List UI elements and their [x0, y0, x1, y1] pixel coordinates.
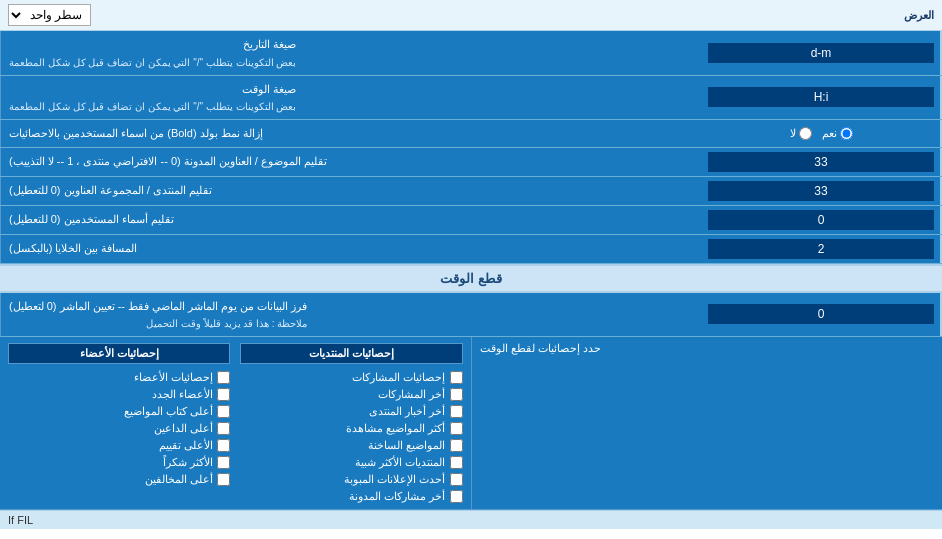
- stats-section-label: حدد إحصائيات لقطع الوقت: [471, 337, 943, 509]
- stats-hot-topics-cb[interactable]: [450, 439, 463, 452]
- stats-checkboxes-container: إحصائيات المنتديات إحصائيات المشاركات أخ…: [0, 337, 471, 509]
- stats-top-inviters-cb[interactable]: [217, 422, 230, 435]
- bottom-note: If FIL: [0, 510, 942, 529]
- stats-member-stats-cb[interactable]: [217, 371, 230, 384]
- date-format-row: d-m صيغة التاريخ بعض التكوينات يتطلب "/"…: [0, 31, 942, 76]
- cutoff-days-input-cell[interactable]: 0: [702, 293, 942, 337]
- forum-title-trim-input[interactable]: 33: [708, 181, 934, 201]
- stats-recent-ads-cb[interactable]: [450, 473, 463, 486]
- stats-top-raters-cb[interactable]: [217, 439, 230, 452]
- usernames-trim-input[interactable]: 0: [708, 210, 934, 230]
- usernames-trim-label: تقليم أسماء المستخدمين (0 للتعطيل): [0, 206, 702, 234]
- stats-top-raters[interactable]: الأعلى تقييم: [8, 439, 230, 452]
- stats-new-members-cb[interactable]: [217, 388, 230, 401]
- bold-remove-input-cell[interactable]: نعم لا: [702, 120, 942, 147]
- stats-most-thanks-cb[interactable]: [217, 456, 230, 469]
- bold-remove-label: إزالة نمط بولد (Bold) من اسماء المستخدمي…: [0, 120, 702, 147]
- stats-participations[interactable]: إحصائيات المشاركات: [240, 371, 462, 384]
- usernames-trim-row: 0 تقليم أسماء المستخدمين (0 للتعطيل): [0, 206, 942, 235]
- topic-title-trim-label: تقليم الموضوع / العناوين المدونة (0 -- ا…: [0, 148, 702, 176]
- cell-spacing-input[interactable]: 2: [708, 239, 934, 259]
- topic-title-trim-row: 33 تقليم الموضوع / العناوين المدونة (0 -…: [0, 148, 942, 177]
- stats-hot-topics[interactable]: المواضيع الساخنة: [240, 439, 462, 452]
- display-label: العرض: [91, 9, 934, 22]
- stats-new-members[interactable]: الأعضاء الجدد: [8, 388, 230, 401]
- bold-remove-row: نعم لا إزالة نمط بولد (Bold) من اسماء ال…: [0, 120, 942, 148]
- cutoff-section-header: قطع الوقت: [0, 264, 942, 293]
- stats-member-stats[interactable]: إحصائيات الأعضاء: [8, 371, 230, 384]
- stats-forum-news-cb[interactable]: [450, 405, 463, 418]
- stats-top-posters[interactable]: أعلى كتاب المواضيع: [8, 405, 230, 418]
- bold-no-label[interactable]: لا: [790, 127, 812, 140]
- stats-col2: إحصائيات الأعضاء إحصائيات الأعضاء الأعضا…: [8, 343, 230, 503]
- forum-title-trim-label: تقليم المنتدى / المجموعة العناوين (0 للت…: [0, 177, 702, 205]
- date-format-input-cell[interactable]: d-m: [702, 31, 942, 75]
- topic-title-trim-input-cell[interactable]: 33: [702, 148, 942, 176]
- time-format-row: H:i صيغة الوقت بعض التكوينات يتطلب "/" ا…: [0, 76, 942, 121]
- usernames-trim-input-cell[interactable]: 0: [702, 206, 942, 234]
- display-select-wrapper[interactable]: سطر واحد سطرين ثلاثة أسطر: [8, 4, 91, 26]
- cutoff-days-row: 0 فرز البيانات من يوم الماشر الماضي فقط …: [0, 293, 942, 338]
- stats-last-blog-participations-cb[interactable]: [450, 490, 463, 503]
- cutoff-days-label: فرز البيانات من يوم الماشر الماضي فقط --…: [0, 293, 702, 337]
- cell-spacing-input-cell[interactable]: 2: [702, 235, 942, 263]
- stats-recent-ads[interactable]: أحدث الإعلانات المبوبة: [240, 473, 462, 486]
- stats-col1: إحصائيات المنتديات إحصائيات المشاركات أخ…: [240, 343, 462, 503]
- stats-forum-news[interactable]: أخر أخبار المنتدى: [240, 405, 462, 418]
- display-dropdown[interactable]: سطر واحد سطرين ثلاثة أسطر: [8, 4, 91, 26]
- stats-participations-cb[interactable]: [450, 371, 463, 384]
- stats-top-visitors[interactable]: أعلى المخالفين: [8, 473, 230, 486]
- bold-no-radio[interactable]: [799, 127, 812, 140]
- stats-top-posters-cb[interactable]: [217, 405, 230, 418]
- cell-spacing-label: المسافة بين الخلايا (بالبكسل): [0, 235, 702, 263]
- bold-yes-label[interactable]: نعم: [822, 127, 853, 140]
- time-format-input[interactable]: H:i: [708, 87, 934, 107]
- stats-top-visitors-cb[interactable]: [217, 473, 230, 486]
- stats-section: حدد إحصائيات لقطع الوقت إحصائيات المنتدي…: [0, 337, 942, 510]
- stats-most-thanks[interactable]: الأكثر شكراً: [8, 456, 230, 469]
- stats-most-viewed-cb[interactable]: [450, 422, 463, 435]
- date-format-label: صيغة التاريخ بعض التكوينات يتطلب "/" الت…: [0, 31, 702, 75]
- stats-last-posts[interactable]: أخر المشاركات: [240, 388, 462, 401]
- date-format-input[interactable]: d-m: [708, 43, 934, 63]
- cutoff-days-input[interactable]: 0: [708, 304, 934, 324]
- top-display-row: العرض سطر واحد سطرين ثلاثة أسطر: [0, 0, 942, 31]
- stats-last-posts-cb[interactable]: [450, 388, 463, 401]
- bold-remove-radio-group: نعم لا: [790, 127, 853, 140]
- stats-col1-header: إحصائيات المنتديات: [240, 343, 462, 364]
- stats-col2-header: إحصائيات الأعضاء: [8, 343, 230, 364]
- stats-most-viewed[interactable]: أكثر المواضيع مشاهدة: [240, 422, 462, 435]
- topic-title-trim-input[interactable]: 33: [708, 152, 934, 172]
- time-format-label: صيغة الوقت بعض التكوينات يتطلب "/" التي …: [0, 76, 702, 120]
- time-format-input-cell[interactable]: H:i: [702, 76, 942, 120]
- stats-similar-forums-cb[interactable]: [450, 456, 463, 469]
- forum-title-trim-row: 33 تقليم المنتدى / المجموعة العناوين (0 …: [0, 177, 942, 206]
- stats-similar-forums[interactable]: المنتديات الأكثر شبية: [240, 456, 462, 469]
- cell-spacing-row: 2 المسافة بين الخلايا (بالبكسل): [0, 235, 942, 264]
- forum-title-trim-input-cell[interactable]: 33: [702, 177, 942, 205]
- bold-yes-radio[interactable]: [840, 127, 853, 140]
- stats-last-blog-participations[interactable]: أخر مشاركات المدونة: [240, 490, 462, 503]
- stats-top-inviters[interactable]: أعلى الداعين: [8, 422, 230, 435]
